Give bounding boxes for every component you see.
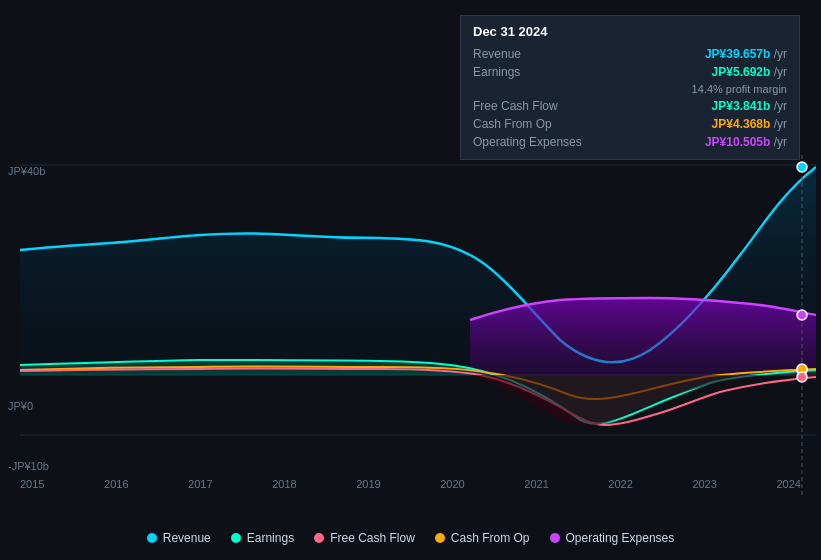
tooltip-card: Dec 31 2024 Revenue JP¥39.657b /yr Earni… <box>460 15 800 160</box>
chart-area <box>20 155 816 495</box>
legend-dot-cashfromop <box>435 533 445 543</box>
tooltip-label-cashfromop: Cash From Op <box>473 117 552 131</box>
legend-item-revenue[interactable]: Revenue <box>147 531 211 545</box>
tooltip-margin: 14.4% profit margin <box>692 83 787 95</box>
legend-item-opex[interactable]: Operating Expenses <box>550 531 675 545</box>
legend-label-revenue: Revenue <box>163 531 211 545</box>
tooltip-row-fcf: Free Cash Flow JP¥3.841b /yr <box>473 97 787 115</box>
x-label-2024: 2024 <box>776 478 800 490</box>
legend-item-earnings[interactable]: Earnings <box>231 531 294 545</box>
legend-label-opex: Operating Expenses <box>566 531 675 545</box>
x-label-2016: 2016 <box>104 478 128 490</box>
x-label-2017: 2017 <box>188 478 212 490</box>
chart-svg <box>20 155 816 495</box>
chart-container: Dec 31 2024 Revenue JP¥39.657b /yr Earni… <box>0 0 821 560</box>
tooltip-label-earnings: Earnings <box>473 65 520 79</box>
tooltip-row-revenue: Revenue JP¥39.657b /yr <box>473 45 787 63</box>
x-axis: 2015 2016 2017 2018 2019 2020 2021 2022 … <box>0 478 821 490</box>
x-label-2015: 2015 <box>20 478 44 490</box>
x-label-2023: 2023 <box>692 478 716 490</box>
x-label-2019: 2019 <box>356 478 380 490</box>
tooltip-row-cashfromop: Cash From Op JP¥4.368b /yr <box>473 115 787 133</box>
svg-point-4 <box>797 162 807 172</box>
legend-label-cashfromop: Cash From Op <box>451 531 530 545</box>
tooltip-label-fcf: Free Cash Flow <box>473 99 558 113</box>
tooltip-value-earnings: JP¥5.692b /yr <box>712 65 787 79</box>
legend-dot-opex <box>550 533 560 543</box>
legend-dot-revenue <box>147 533 157 543</box>
tooltip-value-fcf: JP¥3.841b /yr <box>712 99 787 113</box>
svg-point-5 <box>797 310 807 320</box>
legend-dot-fcf <box>314 533 324 543</box>
tooltip-row-margin: 14.4% profit margin <box>473 81 787 97</box>
legend-item-fcf[interactable]: Free Cash Flow <box>314 531 415 545</box>
tooltip-value-revenue: JP¥39.657b /yr <box>705 47 787 61</box>
x-label-2018: 2018 <box>272 478 296 490</box>
svg-point-8 <box>797 372 807 382</box>
x-label-2021: 2021 <box>524 478 548 490</box>
legend-item-cashfromop[interactable]: Cash From Op <box>435 531 530 545</box>
tooltip-value-cashfromop: JP¥4.368b /yr <box>712 117 787 131</box>
x-label-2020: 2020 <box>440 478 464 490</box>
legend-label-fcf: Free Cash Flow <box>330 531 415 545</box>
tooltip-value-opex: JP¥10.505b /yr <box>705 135 787 149</box>
legend-dot-earnings <box>231 533 241 543</box>
legend: Revenue Earnings Free Cash Flow Cash Fro… <box>0 531 821 545</box>
tooltip-label-revenue: Revenue <box>473 47 521 61</box>
x-label-2022: 2022 <box>608 478 632 490</box>
legend-label-earnings: Earnings <box>247 531 294 545</box>
tooltip-date: Dec 31 2024 <box>473 24 787 39</box>
tooltip-label-opex: Operating Expenses <box>473 135 582 149</box>
tooltip-row-opex: Operating Expenses JP¥10.505b /yr <box>473 133 787 151</box>
tooltip-row-earnings: Earnings JP¥5.692b /yr <box>473 63 787 81</box>
